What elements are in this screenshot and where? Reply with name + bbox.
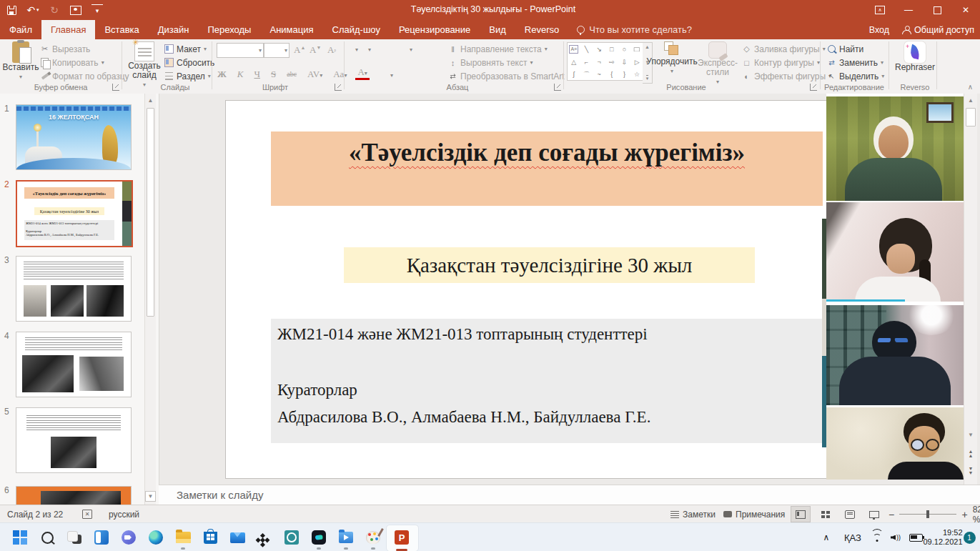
movies-tv-icon[interactable] xyxy=(333,526,359,549)
comments-toggle[interactable]: Примечания xyxy=(723,505,785,523)
slide-canvas[interactable]: «Тәуелсіздік деп соғады жүрегіміз» Қазақ… xyxy=(225,100,828,479)
zoom-slider-thumb[interactable] xyxy=(926,510,929,518)
language-indicator[interactable]: русский xyxy=(109,505,139,523)
minimize-icon[interactable]: — xyxy=(894,0,923,20)
replace-button[interactable]: Заменить xyxy=(827,56,884,69)
mail-icon[interactable] xyxy=(224,526,250,549)
share-button[interactable]: Общий доступ xyxy=(902,25,974,35)
ribbon-display-options-icon[interactable]: ∧ xyxy=(866,0,894,20)
rephraser-button[interactable]: Rephraser xyxy=(894,41,936,72)
character-spacing-button[interactable]: AV xyxy=(305,69,325,80)
slide-thumbnail-4[interactable] xyxy=(16,332,132,397)
tell-me-box[interactable]: Что вы хотите сделать? xyxy=(568,20,701,39)
slide-thumbnail-1[interactable]: 16 ЖЕЛТОҚСАН xyxy=(16,104,132,170)
new-slide-button[interactable]: Создать слайд xyxy=(127,41,162,89)
start-slideshow-icon[interactable] xyxy=(70,4,81,16)
education-app-icon[interactable] xyxy=(279,526,305,549)
restore-icon[interactable] xyxy=(923,0,951,20)
select-button[interactable]: Выделить xyxy=(827,70,884,82)
paint-icon[interactable] xyxy=(360,526,386,549)
tab-insert[interactable]: Вставка xyxy=(95,20,148,39)
text-shadow-button[interactable]: abc xyxy=(284,70,299,78)
collapse-ribbon-icon[interactable] xyxy=(968,83,973,91)
font-size-combo[interactable] xyxy=(264,43,289,58)
webex-icon[interactable] xyxy=(306,526,332,549)
zoom-slider[interactable] xyxy=(899,514,956,515)
slide-subtitle-box[interactable]: Қазақстан тәуелсіздігіне 30 жыл xyxy=(344,247,755,283)
undo-icon[interactable] xyxy=(27,4,39,16)
battery-icon[interactable] xyxy=(906,523,925,551)
tab-review[interactable]: Рецензирование xyxy=(390,20,480,39)
slide-body-box[interactable]: ЖМ21-014 және ЖМ21-013 топтарының студен… xyxy=(271,319,823,443)
arrange-button[interactable]: Упорядочить xyxy=(649,41,695,76)
slideshow-view-icon[interactable] xyxy=(865,507,884,522)
notes-toggle[interactable]: Заметки xyxy=(670,505,716,523)
close-icon[interactable] xyxy=(951,0,980,20)
slide-thumbnail-6[interactable] xyxy=(16,486,132,505)
video-feed-4[interactable] xyxy=(826,407,964,480)
tab-transitions[interactable]: Переходы xyxy=(198,20,260,39)
task-view-icon[interactable] xyxy=(61,526,87,549)
scroll-down-icon[interactable] xyxy=(964,430,977,440)
keyboard-layout-indicator[interactable]: ҚАЗ xyxy=(841,523,865,551)
chat-icon[interactable] xyxy=(116,526,142,549)
paragraph-dialog-launcher[interactable] xyxy=(554,84,561,91)
notification-badge[interactable]: 1 xyxy=(962,523,976,551)
tab-design[interactable]: Дизайн xyxy=(149,20,199,39)
video-feed-3[interactable] xyxy=(826,305,964,405)
notes-pane[interactable]: Заметки к слайду xyxy=(159,485,980,505)
zoom-level[interactable]: 82 % xyxy=(973,505,980,525)
microsoft-store-icon[interactable] xyxy=(197,526,223,549)
save-icon[interactable] xyxy=(6,4,17,16)
start-button-icon[interactable] xyxy=(7,526,33,549)
widgets-icon[interactable] xyxy=(89,526,114,549)
tab-home[interactable]: Главная xyxy=(41,20,95,39)
tab-slideshow[interactable]: Слайд-шоу xyxy=(323,20,390,39)
reset-button[interactable]: Сбросить xyxy=(164,56,214,69)
grow-font-button[interactable]: А▲ xyxy=(292,44,307,56)
clear-formatting-button[interactable]: Аᵖ xyxy=(325,44,338,56)
zoom-out-icon[interactable]: − xyxy=(889,509,894,520)
tab-view[interactable]: Вид xyxy=(480,20,515,39)
main-scrollbar[interactable]: ▲▲ ▼▼ xyxy=(964,94,977,485)
find-button[interactable]: Найти xyxy=(827,43,863,55)
edge-browser-icon[interactable] xyxy=(143,526,169,549)
slide-sorter-view-icon[interactable] xyxy=(816,507,835,522)
search-icon[interactable] xyxy=(34,526,60,549)
italic-button[interactable]: К xyxy=(235,69,246,80)
change-case-button[interactable]: Aa xyxy=(331,69,349,80)
tab-reverso[interactable]: Reverso xyxy=(515,20,568,39)
video-feed-2[interactable] xyxy=(826,202,964,302)
next-slide-icon[interactable]: ▼▼ xyxy=(964,465,977,476)
slide-counter[interactable]: Слайд 2 из 22 xyxy=(7,505,63,523)
tray-overflow-icon[interactable] xyxy=(819,523,833,551)
sign-in-button[interactable]: Вход xyxy=(869,25,889,35)
powerpoint-icon[interactable]: P xyxy=(389,526,415,549)
zoom-in-icon[interactable]: + xyxy=(961,509,967,520)
wifi-icon[interactable] xyxy=(869,523,885,551)
underline-button[interactable]: Ч xyxy=(252,69,262,80)
section-button[interactable]: Раздел xyxy=(164,70,211,82)
slide-title-box[interactable]: «Тәуелсіздік деп соғады жүрегіміз» xyxy=(271,131,823,206)
dropbox-icon[interactable] xyxy=(252,526,277,549)
spell-check-icon[interactable]: ✕ xyxy=(82,505,92,523)
thumbnail-scrollbar[interactable] xyxy=(144,94,156,505)
scroll-down-icon[interactable] xyxy=(145,491,156,502)
reading-view-icon[interactable] xyxy=(841,507,859,522)
slide-thumbnail-2-selected[interactable]: «Тәуелсіздік деп соғады жүрегіміз» Қазақ… xyxy=(16,180,133,247)
scrollbar-thumb[interactable] xyxy=(966,108,976,126)
video-feed-1[interactable] xyxy=(826,96,964,201)
tab-animations[interactable]: Анимация xyxy=(260,20,322,39)
normal-view-icon[interactable] xyxy=(791,506,811,522)
bold-button[interactable]: Ж xyxy=(215,69,229,80)
file-explorer-icon[interactable] xyxy=(170,526,196,549)
scroll-up-icon[interactable] xyxy=(145,95,156,106)
shrink-font-button[interactable]: А▼ xyxy=(307,44,323,56)
font-dialog-launcher[interactable] xyxy=(335,84,342,91)
volume-icon[interactable]: )) xyxy=(888,523,904,551)
clipboard-dialog-launcher[interactable] xyxy=(112,84,119,91)
scroll-up-icon[interactable] xyxy=(964,95,977,106)
previous-slide-icon[interactable]: ▲▲ xyxy=(964,448,977,459)
slide-thumbnail-3[interactable] xyxy=(16,256,132,322)
scrollbar-thumb[interactable] xyxy=(147,108,154,317)
